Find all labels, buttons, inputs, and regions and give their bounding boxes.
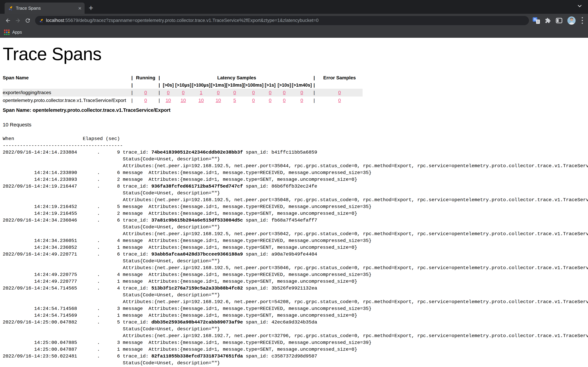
page-title: Trace Spans (3, 44, 588, 64)
latency-bucket-cell: 1 (191, 89, 211, 97)
separator: | (130, 74, 134, 82)
apps-label: Apps (12, 30, 22, 35)
sample-count-link[interactable]: 0 (338, 98, 341, 103)
latency-bucket-cell: 0 (211, 89, 226, 97)
latency-bucket-label: [>0s] (162, 82, 175, 89)
sample-count-link[interactable]: 0 (167, 90, 170, 95)
span-row: exporter/logging/traces|0|001000000|0 (3, 89, 363, 97)
separator: | (312, 82, 317, 89)
span-summary-body: Span Name|Running|Latency Samples|Error … (3, 74, 363, 104)
separator: | (130, 82, 134, 89)
sample-count-link[interactable]: 0 (144, 90, 147, 95)
sample-count-link[interactable]: 10 (181, 98, 186, 103)
apps-shortcut[interactable]: Apps (4, 30, 22, 35)
latency-bucket-cell: 0 (226, 89, 243, 97)
sample-count-link[interactable]: 0 (283, 98, 286, 103)
sample-count-link[interactable]: 1 (200, 90, 202, 95)
sample-count-link[interactable]: 10 (198, 98, 204, 103)
sample-count-link[interactable]: 10 (165, 98, 171, 103)
col-latency-samples: Latency Samples (162, 74, 312, 82)
latency-bucket-cell: 0 (243, 89, 264, 97)
sample-count-link[interactable]: 0 (269, 90, 272, 95)
span-row: opentelemetry.proto.collector.trace.v1.T… (3, 97, 363, 104)
requests-count: 10 Requests (3, 122, 588, 128)
browser-chrome: Trace Spans × + (0, 0, 588, 38)
extensions-puzzle-icon[interactable] (545, 18, 551, 24)
apps-grid-icon (4, 30, 9, 35)
latency-bucket-label: [>100µs] (191, 82, 211, 89)
back-button[interactable] (3, 16, 13, 25)
tab-strip: Trace Spans × + (0, 0, 588, 14)
selected-span-heading: Span Name: opentelemetry.proto.collector… (3, 107, 588, 113)
sample-count-link[interactable]: 0 (252, 90, 255, 95)
trace-id: 74be418390512c42346cddb02e38bb3f (151, 150, 243, 155)
latency-bucket-cell: 0 (277, 89, 292, 97)
col-span-name: Span Name (3, 74, 130, 82)
latency-bucket-label: [>100ms] (243, 82, 264, 89)
latency-bucket-cell: 10 (162, 97, 175, 104)
separator: | (312, 97, 317, 104)
url-bar[interactable]: localhost:55679/debug/tracez?zspanname=o… (35, 16, 529, 25)
latency-bucket-cell: 0 (162, 89, 175, 97)
col-running: Running (134, 74, 157, 82)
sample-count-link[interactable]: 0 (338, 90, 341, 95)
span-name-cell: opentelemetry.proto.collector.trace.v1.T… (3, 97, 130, 104)
browser-toolbar: localhost:55679/debug/tracez?zspanname=o… (0, 14, 588, 27)
latency-bucket-label: [>1s] (264, 82, 277, 89)
sample-count-link[interactable]: 0 (301, 90, 303, 95)
latency-bucket-label: [>1ms] (211, 82, 226, 89)
translate-icon[interactable]: G 文 (533, 17, 540, 24)
latency-bucket-cell: 0 (292, 89, 312, 97)
forward-button[interactable] (13, 16, 23, 25)
new-tab-button[interactable]: + (89, 4, 93, 12)
sample-count-link[interactable]: 0 (269, 98, 272, 103)
latency-bucket-cell: 10 (191, 97, 211, 104)
profile-avatar[interactable] (567, 17, 576, 25)
latency-bucket-cell: 0 (175, 89, 191, 97)
latency-bucket-label: [>1m40s] (292, 82, 312, 89)
separator: | (157, 89, 162, 97)
sample-count-link[interactable]: 0 (144, 98, 147, 103)
trace-id: 82fa11055b338efcd733187347651fda (151, 354, 243, 359)
side-panel-icon[interactable] (556, 18, 562, 24)
tracez-page: Trace Spans Span Name|Running|Latency Sa… (0, 38, 588, 367)
trace-id: 93abb5afcaa0428d37bccee9366188a9 (151, 252, 243, 257)
latency-bucket-label: [>10s] (277, 82, 292, 89)
requests-log: When Elapsed (sec) ---------------------… (3, 135, 588, 367)
latency-bucket-cell: 0 (292, 97, 312, 104)
latency-bucket-cell: 0 (264, 97, 277, 104)
latency-bucket-cell: 0 (277, 97, 292, 104)
sample-count-link[interactable]: 0 (252, 98, 255, 103)
separator: | (157, 74, 162, 82)
separator: | (312, 74, 317, 82)
latency-bucket-cell: 0 (264, 89, 277, 97)
tab-title: Trace Spans (16, 6, 77, 11)
error-count-cell: 0 (317, 97, 363, 104)
trace-id: 936fa38fcfed661712ba547f5ed747cf (151, 184, 243, 189)
sample-count-link[interactable]: 0 (217, 90, 220, 95)
trace-id: dbb35e25936a90b4472cabb89073af9e (151, 320, 243, 325)
browser-menu-icon[interactable] (581, 17, 584, 24)
sample-count-link[interactable]: 0 (283, 90, 286, 95)
trace-id: 37a81c9b615b204a6e515df533004d5c (151, 218, 243, 223)
reload-button[interactable] (23, 16, 33, 25)
separator: | (312, 89, 317, 97)
tab-search-chevron-icon[interactable] (577, 4, 582, 8)
opentelemetry-favicon-icon (8, 5, 13, 11)
running-count-cell: 0 (134, 89, 157, 97)
sample-count-link[interactable]: 0 (182, 90, 185, 95)
tab-trace-spans[interactable]: Trace Spans × (5, 2, 85, 14)
tab-close-icon[interactable]: × (78, 5, 81, 11)
url-path: :55679/debug/tracez?zspanname=openteleme… (64, 18, 319, 23)
latency-bucket-cell: 10 (175, 97, 191, 104)
separator: | (130, 89, 134, 97)
sample-count-link[interactable]: 0 (301, 98, 303, 103)
sample-count-link[interactable]: 10 (216, 98, 221, 103)
latency-bucket-cell: 5 (226, 97, 243, 104)
col-error-samples: Error Samples (317, 74, 363, 82)
sample-count-link[interactable]: 0 (233, 90, 236, 95)
separator: | (130, 97, 134, 104)
latency-bucket-cell: 0 (243, 97, 264, 104)
separator: | (157, 82, 162, 89)
sample-count-link[interactable]: 5 (233, 98, 236, 103)
